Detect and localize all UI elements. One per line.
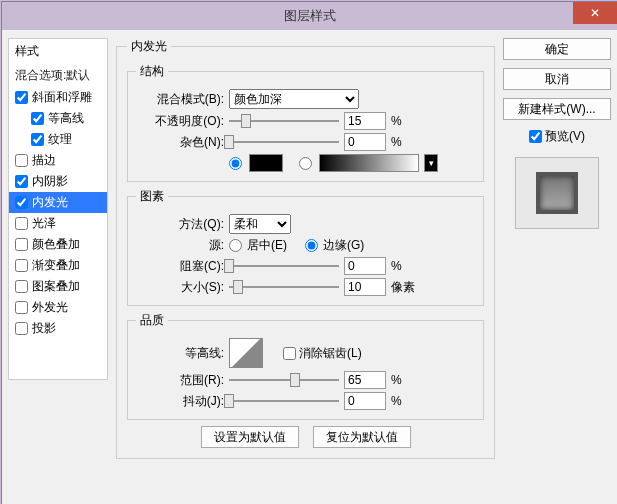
quality-group: 品质 等高线: 消除锯齿(L) 范围(R): % 抖动(J):: [127, 312, 484, 420]
solid-color-radio[interactable]: [229, 157, 242, 170]
close-icon: ✕: [590, 6, 600, 20]
style-item-3[interactable]: 描边: [9, 150, 107, 171]
style-item-6[interactable]: 光泽: [9, 213, 107, 234]
styles-sidebar: 样式 混合选项:默认 斜面和浮雕等高线纹理描边内阴影内发光光泽颜色叠加渐变叠加图…: [8, 38, 108, 380]
jitter-slider[interactable]: [229, 393, 339, 409]
source-center-radio[interactable]: [229, 239, 242, 252]
cancel-button[interactable]: 取消: [503, 68, 611, 90]
source-edge-radio[interactable]: [305, 239, 318, 252]
range-input[interactable]: [344, 371, 386, 389]
style-item-5[interactable]: 内发光: [9, 192, 107, 213]
style-label-9: 图案叠加: [32, 278, 80, 295]
gradient-radio[interactable]: [299, 157, 312, 170]
style-label-11: 投影: [32, 320, 56, 337]
style-label-2: 纹理: [48, 131, 72, 148]
elements-group: 图素 方法(Q): 柔和 源: 居中(E) 边缘(G) 阻塞(C):: [127, 188, 484, 306]
contour-picker[interactable]: [229, 338, 263, 368]
style-label-10: 外发光: [32, 299, 68, 316]
style-checkbox-7[interactable]: [15, 238, 28, 251]
gradient-radio-wrap[interactable]: [299, 157, 314, 170]
noise-label: 杂色(N):: [136, 134, 224, 151]
style-item-2[interactable]: 纹理: [9, 129, 107, 150]
close-button[interactable]: ✕: [573, 2, 617, 24]
structure-legend: 结构: [136, 63, 168, 80]
elements-legend: 图素: [136, 188, 168, 205]
jitter-label: 抖动(J):: [136, 393, 224, 410]
content: 样式 混合选项:默认 斜面和浮雕等高线纹理描边内阴影内发光光泽颜色叠加渐变叠加图…: [2, 30, 617, 504]
gradient-swatch[interactable]: [319, 154, 419, 172]
opacity-input[interactable]: [344, 112, 386, 130]
quality-legend: 品质: [136, 312, 168, 329]
style-checkbox-3[interactable]: [15, 154, 28, 167]
style-item-1[interactable]: 等高线: [9, 108, 107, 129]
style-item-8[interactable]: 渐变叠加: [9, 255, 107, 276]
style-label-1: 等高线: [48, 110, 84, 127]
new-style-button[interactable]: 新建样式(W)...: [503, 98, 611, 120]
source-center[interactable]: 居中(E): [229, 237, 287, 254]
style-checkbox-1[interactable]: [31, 112, 44, 125]
size-input[interactable]: [344, 278, 386, 296]
antialias-checkbox[interactable]: [283, 347, 296, 360]
technique-select[interactable]: 柔和: [229, 214, 291, 234]
noise-input[interactable]: [344, 133, 386, 151]
style-checkbox-2[interactable]: [31, 133, 44, 146]
style-item-7[interactable]: 颜色叠加: [9, 234, 107, 255]
main-panel: 内发光 结构 混合模式(B): 颜色加深 不透明度(O): % 杂色(N):: [116, 38, 495, 496]
layer-style-dialog: 图层样式 ✕ 样式 混合选项:默认 斜面和浮雕等高线纹理描边内阴影内发光光泽颜色…: [1, 1, 617, 504]
preview-checkbox[interactable]: [529, 130, 542, 143]
range-label: 范围(R):: [136, 372, 224, 389]
style-checkbox-0[interactable]: [15, 91, 28, 104]
contour-label: 等高线:: [136, 345, 224, 362]
right-panel: 确定 取消 新建样式(W)... 预览(V): [503, 38, 611, 496]
titlebar: 图层样式 ✕: [2, 2, 617, 30]
color-radio-wrap[interactable]: [229, 157, 244, 170]
style-label-3: 描边: [32, 152, 56, 169]
style-label-4: 内阴影: [32, 173, 68, 190]
style-checkbox-11[interactable]: [15, 322, 28, 335]
style-checkbox-6[interactable]: [15, 217, 28, 230]
blend-options-row[interactable]: 混合选项:默认: [9, 64, 107, 87]
gradient-dropdown-icon[interactable]: ▾: [424, 154, 438, 172]
style-item-10[interactable]: 外发光: [9, 297, 107, 318]
noise-unit: %: [391, 135, 402, 149]
source-edge[interactable]: 边缘(G): [305, 237, 364, 254]
opacity-slider[interactable]: [229, 113, 339, 129]
choke-label: 阻塞(C):: [136, 258, 224, 275]
choke-input[interactable]: [344, 257, 386, 275]
source-label: 源:: [136, 237, 224, 254]
preview-box: [515, 157, 599, 229]
inner-glow-group: 内发光 结构 混合模式(B): 颜色加深 不透明度(O): % 杂色(N):: [116, 38, 495, 459]
style-item-11[interactable]: 投影: [9, 318, 107, 339]
jitter-input[interactable]: [344, 392, 386, 410]
opacity-label: 不透明度(O):: [136, 113, 224, 130]
style-item-4[interactable]: 内阴影: [9, 171, 107, 192]
structure-group: 结构 混合模式(B): 颜色加深 不透明度(O): % 杂色(N):: [127, 63, 484, 182]
preview-toggle[interactable]: 预览(V): [503, 128, 611, 145]
style-checkbox-10[interactable]: [15, 301, 28, 314]
range-slider[interactable]: [229, 372, 339, 388]
style-checkbox-5[interactable]: [15, 196, 28, 209]
inner-glow-legend: 内发光: [127, 38, 171, 55]
style-item-9[interactable]: 图案叠加: [9, 276, 107, 297]
choke-unit: %: [391, 259, 402, 273]
style-checkbox-4[interactable]: [15, 175, 28, 188]
reset-default-button[interactable]: 复位为默认值: [313, 426, 411, 448]
color-swatch[interactable]: [249, 154, 283, 172]
blend-mode-label: 混合模式(B):: [136, 91, 224, 108]
size-unit: 像素: [391, 279, 415, 296]
preview-thumbnail: [536, 172, 578, 214]
size-slider[interactable]: [229, 279, 339, 295]
make-default-button[interactable]: 设置为默认值: [201, 426, 299, 448]
blend-mode-select[interactable]: 颜色加深: [229, 89, 359, 109]
style-item-0[interactable]: 斜面和浮雕: [9, 87, 107, 108]
style-label-0: 斜面和浮雕: [32, 89, 92, 106]
noise-slider[interactable]: [229, 134, 339, 150]
size-label: 大小(S):: [136, 279, 224, 296]
technique-label: 方法(Q):: [136, 216, 224, 233]
ok-button[interactable]: 确定: [503, 38, 611, 60]
choke-slider[interactable]: [229, 258, 339, 274]
antialias-check[interactable]: 消除锯齿(L): [283, 345, 362, 362]
jitter-unit: %: [391, 394, 402, 408]
style-checkbox-8[interactable]: [15, 259, 28, 272]
style-checkbox-9[interactable]: [15, 280, 28, 293]
